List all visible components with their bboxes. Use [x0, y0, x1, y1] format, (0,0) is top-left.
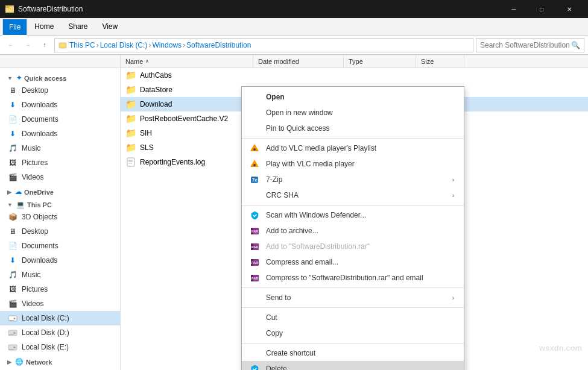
- sendto-arrow: ›: [452, 295, 454, 301]
- network-icon: 🌐: [15, 358, 24, 366]
- ctx-shortcut[interactable]: Create shortcut: [242, 345, 464, 361]
- path-softwaredistribution[interactable]: SoftwareDistribution: [186, 41, 251, 49]
- ctx-pin[interactable]: Pin to Quick access: [242, 121, 464, 136]
- delete-shield-icon: [249, 363, 260, 370]
- col-header-date[interactable]: Date modified: [253, 55, 344, 67]
- expand-onedrive[interactable]: ▶: [7, 189, 11, 195]
- documents-icon: 📄: [7, 114, 18, 125]
- address-path[interactable]: This PC › Local Disk (C:) › Windows › So…: [54, 38, 473, 52]
- folder-icon-download: 📁: [125, 99, 136, 110]
- context-menu: Open Open in new window Pin to Quick acc…: [241, 86, 464, 370]
- ctx-open-new[interactable]: Open in new window: [242, 105, 464, 121]
- sidebar-item-music2[interactable]: 🎵 Music: [0, 268, 120, 282]
- ctx-add-archive[interactable]: RAR Add to archive...: [242, 223, 464, 239]
- ctx-cut[interactable]: Cut: [242, 310, 464, 325]
- sidebar-item-documents[interactable]: 📄 Documents: [0, 112, 120, 127]
- maximize-button[interactable]: □: [528, 0, 555, 18]
- minimize-button[interactable]: ─: [500, 0, 528, 18]
- sidebar-item-videos2[interactable]: 🎬 Videos: [0, 296, 120, 311]
- tab-file[interactable]: File: [2, 19, 27, 36]
- 3dobjects-icon: 📦: [7, 212, 18, 222]
- expand-quickaccess[interactable]: ▼: [7, 75, 13, 81]
- ctx-open[interactable]: Open: [242, 89, 464, 105]
- ctx-crcsha[interactable]: CRC SHA ›: [242, 187, 464, 203]
- sidebar-item-localdiskd[interactable]: Local Disk (D:): [0, 325, 120, 340]
- search-input[interactable]: [480, 41, 571, 49]
- path-localdisk[interactable]: Local Disk (C:): [100, 41, 148, 49]
- localdiskc-icon: [7, 313, 18, 324]
- tab-share[interactable]: Share: [61, 18, 95, 35]
- svg-rect-20: [253, 148, 256, 151]
- window-icon: [5, 4, 14, 14]
- ctx-compress-email[interactable]: RAR Compress and email...: [242, 254, 464, 270]
- ribbon-tabs: File Home Share View: [0, 18, 588, 35]
- file-item-authcabs[interactable]: 📁 AuthCabs: [121, 68, 588, 83]
- path-thispc[interactable]: This PC: [69, 41, 95, 49]
- svg-point-12: [14, 346, 16, 348]
- ctx-7zip[interactable]: 7z 7-Zip ›: [242, 172, 464, 187]
- music-icon: 🎵: [7, 143, 18, 154]
- sidebar-item-3dobjects[interactable]: 📦 3D Objects: [0, 210, 120, 224]
- ribbon: File Home Share View: [0, 18, 588, 36]
- ctx-sendto[interactable]: Send to ›: [242, 290, 464, 306]
- sidebar-item-videos[interactable]: 🎬 Videos: [0, 170, 120, 184]
- log-icon-reportingevents: [125, 157, 136, 168]
- sidebar-item-desktop[interactable]: 🖥 Desktop: [0, 83, 120, 98]
- 7zip-arrow: ›: [452, 177, 454, 183]
- desktop-icon: 🖥: [7, 85, 18, 96]
- tab-view[interactable]: View: [95, 18, 125, 35]
- ctx-vlc-play[interactable]: Play with VLC media player: [242, 156, 464, 172]
- ctx-add-rar[interactable]: RAR Add to "SoftwareDistribution.rar": [242, 239, 464, 254]
- svg-text:RAR: RAR: [251, 277, 258, 280]
- folder-icon-sih: 📁: [125, 128, 136, 139]
- desktop2-icon: 🖥: [7, 226, 18, 237]
- col-header-size[interactable]: Size: [416, 55, 464, 67]
- ctx-compress-rar-email[interactable]: RAR Compress to "SoftwareDistribution.ra…: [242, 270, 464, 286]
- sidebar-item-pictures2[interactable]: 🖼 Pictures: [0, 282, 120, 296]
- up-button[interactable]: ↑: [37, 38, 52, 52]
- vlc-playlist-icon: [249, 143, 260, 154]
- quickaccess-icon: ✦: [16, 74, 22, 82]
- vlc-play-icon: [249, 158, 260, 169]
- music2-icon: 🎵: [7, 269, 18, 280]
- expand-thispc[interactable]: ▼: [7, 202, 13, 208]
- sidebar-item-downloads[interactable]: ⬇ Downloads: [0, 98, 120, 112]
- downloads3-icon: ⬇: [7, 255, 18, 266]
- sidebar-item-pictures[interactable]: 🖼 Pictures: [0, 155, 120, 170]
- search-box[interactable]: 🔍: [476, 38, 584, 52]
- ctx-sep5: [242, 343, 464, 343]
- address-bar: ← → ↑ This PC › Local Disk (C:) › Window…: [0, 36, 588, 55]
- file-name-authcabs: AuthCabs: [140, 71, 583, 80]
- ctx-vlc-playlist[interactable]: Add to VLC media player's Playlist: [242, 140, 464, 156]
- col-header-type[interactable]: Type: [344, 55, 416, 67]
- sidebar-item-downloads2[interactable]: ⬇ Downloads: [0, 127, 120, 141]
- path-windows[interactable]: Windows: [152, 41, 182, 49]
- ctx-scan[interactable]: Scan with Windows Defender...: [242, 207, 464, 223]
- ctx-delete[interactable]: Delete: [242, 361, 464, 370]
- sidebar-item-music[interactable]: 🎵 Music: [0, 141, 120, 155]
- svg-rect-23: [253, 164, 256, 166]
- svg-text:RAR: RAR: [251, 230, 258, 233]
- videos2-icon: 🎬: [7, 298, 18, 309]
- sidebar: ▼ ✦ Quick access 🖥 Desktop ⬇ Downloads 📄…: [0, 68, 121, 370]
- sidebar-item-localdiskc[interactable]: Local Disk (C:): [0, 311, 120, 325]
- ctx-copy[interactable]: Copy: [242, 325, 464, 341]
- sidebar-item-documents2[interactable]: 📄 Documents: [0, 239, 120, 253]
- window-controls: ─ □ ✕: [500, 0, 583, 18]
- pictures-icon: 🖼: [7, 157, 18, 168]
- close-button[interactable]: ✕: [555, 0, 583, 18]
- window-title: SoftwareDistribution: [18, 5, 500, 13]
- expand-network[interactable]: ▶: [7, 359, 11, 365]
- sidebar-item-desktop2[interactable]: 🖥 Desktop: [0, 224, 120, 239]
- col-header-name[interactable]: Name ∧: [121, 55, 253, 67]
- forward-button[interactable]: →: [21, 38, 35, 52]
- sidebar-item-downloads3[interactable]: ⬇ Downloads: [0, 253, 120, 268]
- rar-icon4: RAR: [249, 272, 260, 283]
- tab-home[interactable]: Home: [27, 18, 61, 35]
- back-button[interactable]: ←: [4, 38, 18, 52]
- sidebar-item-localdiske[interactable]: Local Disk (E:): [0, 340, 120, 354]
- downloads2-icon: ⬇: [7, 128, 18, 139]
- title-bar: SoftwareDistribution ─ □ ✕: [0, 0, 588, 18]
- ctx-sep3: [242, 287, 464, 288]
- svg-point-9: [14, 332, 16, 334]
